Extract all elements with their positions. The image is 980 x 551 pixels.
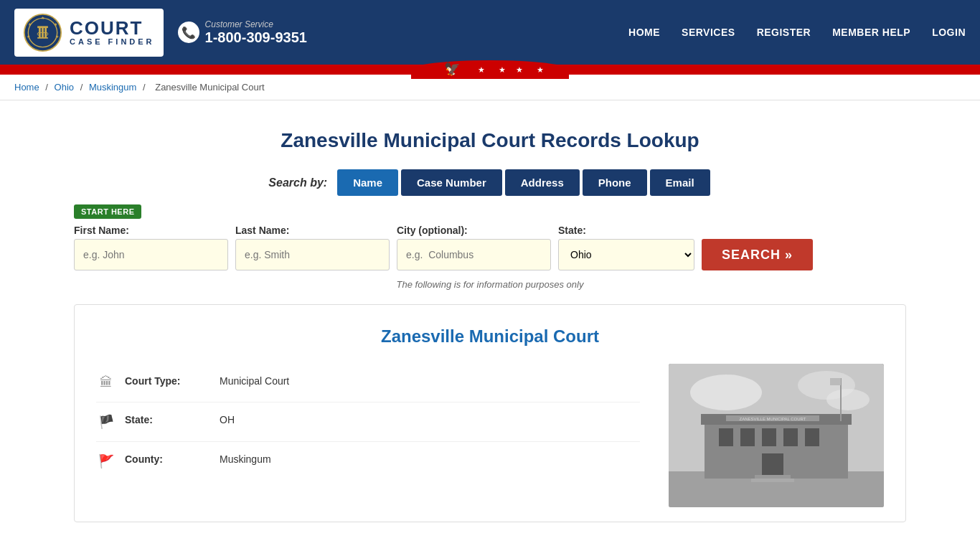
svg-text:★: ★ — [41, 15, 44, 20]
main-content: Zanesville Municipal Court Records Looku… — [60, 100, 920, 551]
court-type-icon: 🏛 — [96, 375, 116, 390]
county-icon: 🚩 — [96, 453, 116, 469]
svg-text:🦅: 🦅 — [444, 62, 461, 77]
logo-case-finder-label: CASE FINDER — [70, 37, 155, 46]
court-type-row: 🏛 Court Type: Municipal Court — [96, 364, 640, 402]
court-building-image: ZANESVILLE MUNICIPAL COURT — [669, 364, 884, 507]
nav-member-help[interactable]: MEMBER HELP — [832, 27, 910, 38]
county-row: 🚩 County: Muskingum — [96, 442, 640, 481]
search-form: First Name: Last Name: City (optional): … — [74, 225, 906, 270]
svg-text:★: ★ — [54, 22, 57, 27]
first-name-group: First Name: — [74, 225, 228, 270]
first-name-label: First Name: — [74, 225, 228, 236]
svg-rect-25 — [740, 428, 755, 446]
court-details: 🏛 Court Type: Municipal Court 🏴 State: O… — [96, 364, 884, 507]
phone-icon: 📞 — [178, 22, 199, 43]
cs-text: Customer Service 1-800-309-9351 — [205, 19, 307, 46]
tab-name[interactable]: Name — [337, 169, 398, 196]
svg-rect-29 — [762, 453, 783, 479]
svg-rect-24 — [719, 428, 733, 446]
breadcrumb-sep-1: / — [45, 82, 50, 93]
svg-rect-26 — [762, 428, 776, 446]
nav-services[interactable]: SERVICES — [682, 27, 735, 38]
stars-right: ★ ★ — [516, 65, 550, 75]
nav-home[interactable]: HOME — [628, 27, 660, 38]
state-row-value: OH — [220, 414, 235, 425]
first-name-input[interactable] — [74, 239, 228, 270]
site-header: ★ ★ ★ ★ ★ COURT CASE FINDER — [0, 0, 980, 65]
tab-phone[interactable]: Phone — [583, 169, 647, 196]
logo-text: COURT CASE FINDER — [70, 19, 155, 46]
last-name-input[interactable] — [235, 239, 390, 270]
building-svg: ZANESVILLE MUNICIPAL COURT — [669, 364, 884, 507]
search-button[interactable]: SEARCH » — [702, 239, 813, 270]
svg-rect-30 — [755, 475, 791, 479]
state-label: State: — [558, 225, 694, 236]
county-row-value: Muskingum — [220, 453, 271, 465]
state-select[interactable]: AlabamaAlaskaArizona ArkansasCaliforniaC… — [558, 239, 694, 270]
city-input[interactable] — [397, 239, 551, 270]
main-nav: HOME SERVICES REGISTER MEMBER HELP LOGIN — [628, 27, 966, 38]
start-here-label: START HERE — [74, 204, 141, 219]
stars-left: ★ ★ — [478, 65, 512, 75]
nav-register[interactable]: REGISTER — [757, 27, 811, 38]
court-info-table: 🏛 Court Type: Municipal Court 🏴 State: O… — [96, 364, 640, 507]
court-card: Zanesville Municipal Court 🏛 Court Type:… — [74, 304, 906, 522]
svg-text:ZANESVILLE MUNICIPAL COURT: ZANESVILLE MUNICIPAL COURT — [740, 417, 806, 421]
city-label: City (optional): — [397, 225, 551, 236]
state-group: State: AlabamaAlaskaArizona ArkansasCali… — [558, 225, 694, 270]
search-by-row: Search by: Name Case Number Address Phon… — [74, 169, 906, 196]
svg-rect-11 — [37, 37, 48, 38]
start-here-badge: START HERE — [74, 204, 906, 225]
svg-rect-33 — [830, 378, 841, 385]
header-left: ★ ★ ★ ★ ★ COURT CASE FINDER — [14, 9, 307, 57]
breadcrumb-current: Zanesville Municipal Court — [155, 82, 264, 93]
tab-email[interactable]: Email — [650, 169, 710, 196]
cs-label: Customer Service — [205, 19, 307, 29]
court-card-title: Zanesville Municipal Court — [96, 326, 884, 347]
breadcrumb-muskingum[interactable]: Muskingum — [89, 82, 136, 93]
state-icon: 🏴 — [96, 414, 116, 430]
page-title: Zanesville Municipal Court Records Looku… — [74, 129, 906, 152]
city-group: City (optional): — [397, 225, 551, 270]
breadcrumb-home[interactable]: Home — [14, 82, 39, 93]
last-name-label: Last Name: — [235, 225, 390, 236]
svg-rect-27 — [783, 428, 798, 446]
eagle-icon: 🦅 — [430, 62, 473, 77]
svg-rect-10 — [37, 26, 48, 28]
breadcrumb-sep-2: / — [80, 82, 85, 93]
logo-court-label: COURT — [70, 19, 143, 37]
svg-point-20 — [826, 389, 870, 410]
cs-phone: 1-800-309-9351 — [205, 29, 307, 46]
state-row: 🏴 State: OH — [96, 402, 640, 442]
svg-text:★: ★ — [28, 22, 32, 27]
site-logo: ★ ★ ★ ★ ★ COURT CASE FINDER — [14, 9, 164, 57]
svg-text:★: ★ — [55, 34, 59, 38]
breadcrumb-ohio[interactable]: Ohio — [55, 82, 74, 93]
svg-rect-31 — [751, 479, 794, 482]
customer-service: 📞 Customer Service 1-800-309-9351 — [178, 19, 307, 46]
search-by-label: Search by: — [268, 176, 327, 189]
court-type-value: Municipal Court — [220, 375, 289, 387]
logo-emblem-icon: ★ ★ ★ ★ ★ — [23, 13, 62, 52]
nav-login[interactable]: LOGIN — [932, 27, 966, 38]
state-row-label: State: — [125, 414, 211, 425]
tab-address[interactable]: Address — [505, 169, 580, 196]
svg-rect-28 — [805, 428, 819, 446]
county-row-label: County: — [125, 453, 211, 465]
red-bar: 🦅 ★ ★ ★ ★ — [0, 65, 980, 70]
svg-point-18 — [690, 375, 762, 410]
last-name-group: Last Name: — [235, 225, 390, 270]
wave-arch: 🦅 ★ ★ ★ ★ — [411, 60, 569, 79]
court-type-label: Court Type: — [125, 375, 211, 387]
tab-case-number[interactable]: Case Number — [401, 169, 502, 196]
breadcrumb-sep-3: / — [143, 82, 148, 93]
svg-text:★: ★ — [27, 34, 30, 38]
info-notice: The following is for information purpose… — [74, 279, 906, 290]
